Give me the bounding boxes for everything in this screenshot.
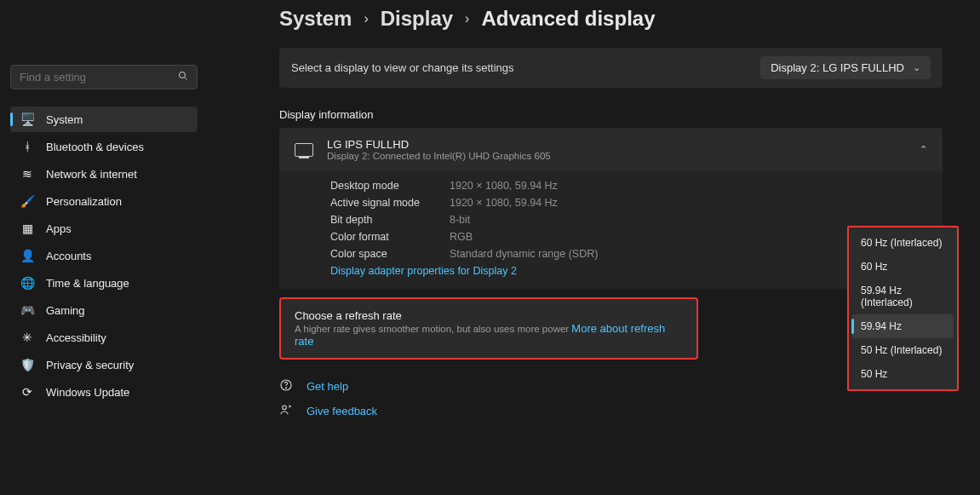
nav-icon: ᚼ (20, 140, 34, 153)
sidebar-item-label: Privacy & security (46, 359, 134, 371)
sidebar-item-windows-update[interactable]: ⟳Windows Update (10, 379, 198, 405)
sidebar-item-gaming[interactable]: 🎮Gaming (10, 297, 198, 323)
row-value: 8-bit (450, 214, 927, 226)
crumb-display[interactable]: Display (381, 7, 453, 31)
row-key: Active signal mode (330, 197, 450, 209)
nav-icon: ≋ (20, 167, 34, 181)
svg-point-3 (285, 388, 286, 389)
svg-point-0 (180, 72, 186, 78)
chevron-right-icon: › (465, 11, 469, 26)
refresh-option[interactable]: 50 Hz (Interlaced) (852, 338, 954, 362)
give-feedback-link[interactable]: Give feedback (307, 405, 377, 417)
row-key: Desktop mode (330, 180, 450, 192)
display-name: LG IPS FULLHD (327, 138, 906, 151)
sidebar-item-privacy-security[interactable]: 🛡️Privacy & security (10, 352, 198, 377)
sidebar-item-apps[interactable]: ▦Apps (10, 216, 198, 241)
nav-icon: 🖌️ (20, 194, 34, 208)
feedback-icon (279, 403, 295, 419)
sidebar-item-label: System (46, 113, 83, 126)
sidebar-item-accessibility[interactable]: ✳Accessibility (10, 325, 198, 350)
crumb-system[interactable]: System (279, 7, 352, 31)
sidebar-item-system[interactable]: 🖥️System (10, 106, 198, 132)
nav-icon: ⟳ (20, 385, 34, 399)
sidebar-item-label: Bluetooth & devices (46, 141, 144, 153)
nav-icon: ✳ (20, 331, 34, 344)
sidebar-item-label: Network & internet (46, 168, 137, 181)
sidebar-item-label: Time & language (46, 277, 129, 290)
refresh-option[interactable]: 60 Hz (Interlaced) (852, 231, 954, 255)
sidebar-item-label: Apps (46, 222, 72, 235)
display-info-card: LG IPS FULLHD Display 2: Connected to In… (279, 128, 943, 289)
search-input[interactable] (20, 71, 178, 83)
refresh-option[interactable]: 60 Hz (852, 255, 954, 279)
refresh-rate-card[interactable]: Choose a refresh rate A higher rate give… (279, 297, 698, 360)
chevron-right-icon: › (364, 11, 368, 26)
sidebar-item-network-internet[interactable]: ≋Network & internet (10, 161, 198, 187)
monitor-icon (295, 143, 313, 157)
page-title: Advanced display (481, 7, 655, 31)
section-heading: Display information (279, 108, 943, 121)
adapter-properties-link[interactable]: Display adapter properties for Display 2 (330, 265, 927, 277)
row-key: Bit depth (330, 214, 450, 226)
search-box[interactable] (10, 65, 198, 89)
svg-line-1 (185, 78, 187, 80)
display-dropdown-value: Display 2: LG IPS FULLHD (771, 61, 904, 74)
sidebar-item-accounts[interactable]: 👤Accounts (10, 243, 198, 268)
sidebar-item-label: Accounts (46, 250, 91, 262)
nav-icon: 👤 (20, 249, 34, 262)
display-info-body: Desktop mode 1920 × 1080, 59.94 Hz Activ… (279, 171, 943, 289)
display-dropdown[interactable]: Display 2: LG IPS FULLHD ⌄ (760, 56, 931, 79)
refresh-rate-desc: A higher rate gives smoother motion, but… (295, 324, 571, 334)
get-help-link[interactable]: Get help (307, 380, 348, 393)
nav-icon: ▦ (20, 222, 34, 235)
select-display-bar: Select a display to view or change its s… (279, 48, 943, 88)
display-info-header[interactable]: LG IPS FULLHD Display 2: Connected to In… (279, 128, 943, 171)
row-key: Color format (330, 231, 450, 243)
sidebar-item-label: Accessibility (46, 331, 106, 344)
sidebar-item-bluetooth-devices[interactable]: ᚼBluetooth & devices (10, 134, 198, 159)
select-display-label: Select a display to view or change its s… (291, 61, 514, 74)
chevron-up-icon: ⌃ (920, 144, 927, 155)
nav-list: 🖥️SystemᚼBluetooth & devices≋Network & i… (10, 106, 198, 405)
nav-icon: 🖥️ (20, 112, 34, 126)
sidebar-item-label: Gaming (46, 304, 85, 317)
help-icon (279, 378, 295, 394)
svg-point-4 (283, 406, 287, 410)
sidebar-item-label: Personalization (46, 195, 122, 208)
sidebar-item-time-language[interactable]: 🌐Time & language (10, 270, 198, 296)
nav-icon: 🌐 (20, 276, 34, 290)
row-key: Color space (330, 248, 450, 260)
search-icon (178, 71, 188, 83)
chevron-down-icon: ⌄ (913, 62, 920, 73)
nav-icon: 🎮 (20, 303, 34, 317)
row-value: 1920 × 1080, 59.94 Hz (450, 197, 927, 209)
nav-icon: 🛡️ (20, 358, 34, 371)
breadcrumb: System › Display › Advanced display (279, 7, 943, 31)
refresh-option[interactable]: 59.94 Hz (852, 314, 954, 338)
sidebar-item-personalization[interactable]: 🖌️Personalization (10, 188, 198, 214)
refresh-option[interactable]: 50 Hz (852, 362, 954, 386)
refresh-rate-popup: 60 Hz (Interlaced)60 Hz59.94 Hz (Interla… (847, 226, 959, 391)
refresh-option[interactable]: 59.94 Hz (Interlaced) (852, 279, 954, 314)
sidebar-item-label: Windows Update (46, 386, 129, 399)
refresh-rate-title: Choose a refresh rate (295, 309, 683, 322)
display-sub: Display 2: Connected to Intel(R) UHD Gra… (327, 151, 906, 161)
row-value: 1920 × 1080, 59.94 Hz (450, 180, 927, 192)
